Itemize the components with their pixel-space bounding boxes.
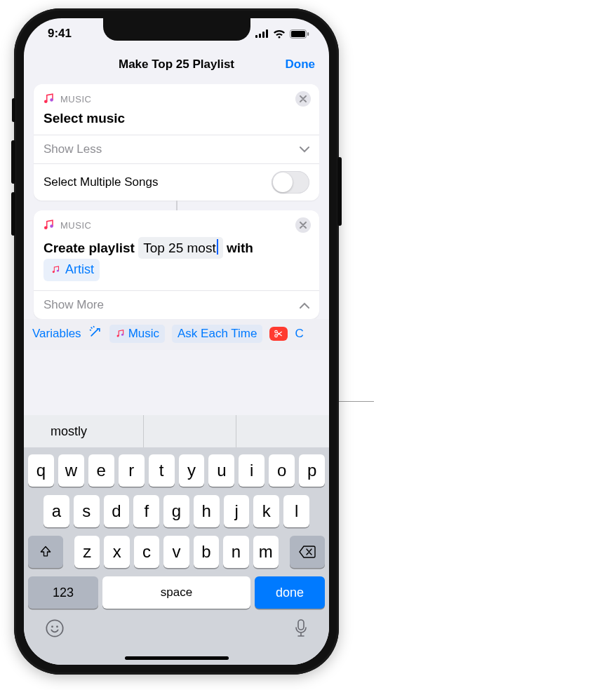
remove-action-button[interactable] — [295, 217, 311, 233]
select-multiple-label: Select Multiple Songs — [43, 175, 158, 189]
svg-point-12 — [57, 270, 59, 272]
key-p[interactable]: p — [299, 454, 325, 487]
variable-chip-label: Ask Each Time — [178, 327, 257, 341]
key-l[interactable]: l — [283, 495, 309, 527]
show-more-row[interactable]: Show More — [34, 291, 319, 319]
svg-rect-5 — [291, 31, 305, 37]
select-multiple-toggle[interactable] — [272, 171, 309, 194]
key-m[interactable]: m — [253, 536, 279, 568]
svg-rect-20 — [298, 620, 304, 630]
numbers-key[interactable]: 123 — [28, 576, 98, 609]
page-title: Make Top 25 Playlist — [119, 58, 234, 72]
key-x[interactable]: x — [104, 536, 129, 568]
music-app-icon — [42, 93, 55, 105]
key-s[interactable]: s — [74, 495, 100, 527]
key-n[interactable]: n — [223, 536, 248, 568]
done-button[interactable]: Done — [286, 58, 316, 72]
text-cursor — [217, 239, 218, 255]
variable-chip-clipboard[interactable] — [269, 327, 288, 341]
show-more-label: Show More — [43, 298, 104, 312]
action-title: Select music — [34, 109, 319, 135]
prediction-slot-1[interactable]: mostly — [24, 415, 144, 447]
key-b[interactable]: b — [194, 536, 219, 568]
svg-rect-6 — [307, 32, 309, 36]
chevron-up-icon — [300, 298, 309, 312]
wand-icon — [88, 325, 102, 339]
emoji-key[interactable] — [45, 618, 65, 641]
svg-rect-3 — [266, 29, 268, 38]
scissors-icon — [274, 329, 283, 339]
svg-rect-2 — [262, 32, 265, 38]
action-card-create-playlist: MUSIC Create playlist Top 25 most with — [34, 210, 319, 319]
action-app-label: MUSIC — [60, 220, 91, 231]
variable-chip-music[interactable]: Music — [109, 325, 165, 343]
svg-point-13 — [116, 334, 119, 337]
prediction-slot-2[interactable] — [144, 415, 237, 447]
backspace-key[interactable] — [290, 536, 325, 568]
playlist-name-value: Top 25 most — [143, 241, 216, 255]
select-multiple-row: Select Multiple Songs — [34, 164, 319, 201]
key-d[interactable]: d — [104, 495, 130, 527]
home-indicator[interactable] — [125, 656, 229, 660]
close-icon — [300, 222, 307, 229]
shift-icon — [39, 545, 53, 559]
battery-icon — [290, 29, 309, 39]
key-g[interactable]: g — [163, 495, 189, 527]
key-j[interactable]: j — [224, 495, 250, 527]
key-z[interactable]: z — [74, 536, 100, 568]
variable-token-label: Artist — [65, 260, 94, 280]
music-note-icon — [49, 264, 62, 276]
key-o[interactable]: o — [269, 454, 295, 487]
key-f[interactable]: f — [133, 495, 159, 527]
key-v[interactable]: v — [163, 536, 189, 568]
create-playlist-mid: with — [227, 241, 253, 255]
silence-switch — [12, 98, 15, 122]
key-k[interactable]: k — [253, 495, 279, 527]
svg-point-8 — [50, 98, 53, 102]
variable-token-artist[interactable]: Artist — [43, 259, 100, 281]
prediction-bar: mostly — [24, 415, 329, 447]
side-button — [337, 157, 342, 226]
svg-point-7 — [44, 100, 48, 104]
key-r[interactable]: r — [119, 454, 145, 487]
variable-suggestion-bar: Variables Music Ask Each Time C — [24, 319, 329, 350]
key-w[interactable]: w — [58, 454, 84, 487]
create-playlist-prefix: Create playlist — [43, 241, 135, 255]
keyboard-done-key[interactable]: done — [255, 576, 325, 609]
key-u[interactable]: u — [208, 454, 234, 487]
svg-point-17 — [46, 620, 62, 636]
magic-wand-button[interactable] — [88, 325, 102, 342]
key-e[interactable]: e — [88, 454, 114, 487]
show-less-row[interactable]: Show Less — [34, 135, 319, 163]
dictation-key[interactable] — [294, 618, 308, 641]
notch — [103, 18, 250, 41]
variable-chip-ask[interactable]: Ask Each Time — [172, 325, 262, 343]
space-key[interactable]: space — [102, 576, 250, 609]
svg-point-14 — [121, 333, 123, 335]
key-a[interactable]: a — [43, 495, 69, 527]
key-c[interactable]: c — [134, 536, 159, 568]
mic-icon — [294, 618, 308, 638]
svg-point-10 — [50, 224, 53, 228]
nav-bar: Make Top 25 Playlist Done — [24, 49, 329, 80]
key-h[interactable]: h — [194, 495, 220, 527]
variable-chip-trail: C — [295, 327, 303, 341]
key-t[interactable]: t — [149, 454, 175, 487]
emoji-icon — [45, 618, 65, 638]
key-y[interactable]: y — [179, 454, 205, 487]
variables-button[interactable]: Variables — [32, 327, 81, 341]
key-i[interactable]: i — [239, 454, 265, 487]
remove-action-button[interactable] — [295, 91, 311, 107]
svg-point-18 — [51, 625, 53, 628]
shift-key[interactable] — [28, 536, 63, 568]
volume-up-button — [11, 140, 15, 184]
playlist-name-field[interactable]: Top 25 most — [138, 237, 223, 259]
prediction-slot-3[interactable] — [236, 415, 329, 447]
connector-line — [176, 201, 178, 210]
variable-chip-label: Music — [128, 327, 159, 341]
wifi-icon — [273, 29, 286, 39]
status-time: 9:41 — [48, 27, 72, 41]
key-q[interactable]: q — [28, 454, 54, 487]
action-card-select-music: MUSIC Select music Show Less — [34, 84, 319, 201]
device-frame: 9:41 Make Top 25 Playlist Done — [14, 8, 339, 675]
